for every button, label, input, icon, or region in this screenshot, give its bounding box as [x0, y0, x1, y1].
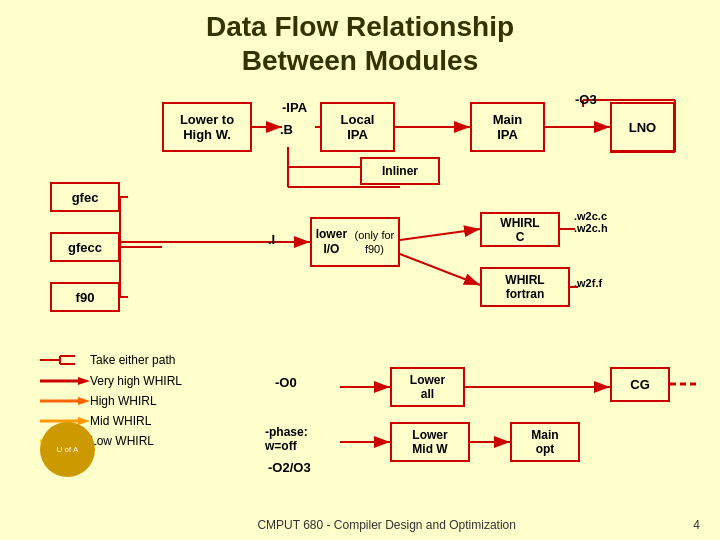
svg-line-20 — [400, 229, 480, 240]
main-ipa-label: MainIPA — [493, 112, 523, 142]
box-whirl-fortran: WHIRLfortran — [480, 267, 570, 307]
whirl-fortran-label: WHIRLfortran — [505, 273, 544, 301]
box-inliner: Inliner — [360, 157, 440, 185]
title-line1: Data Flow Relationship — [206, 11, 514, 42]
label-b: .B — [280, 122, 293, 137]
cg-label: CG — [630, 377, 650, 392]
box-gfec: gfec — [50, 182, 120, 212]
course-label: CMPUT 680 - Compiler Design and Optimiza… — [257, 518, 516, 532]
cmd-phase: -phase:w=off — [265, 425, 308, 453]
legend-high-label: High WHIRL — [90, 394, 157, 408]
label-i: .I — [268, 232, 275, 247]
cmd-o2o3: -O2/O3 — [268, 460, 311, 475]
fork-icon — [40, 352, 90, 368]
box-lower-all: Lowerall — [390, 367, 465, 407]
gfec-label: gfec — [72, 190, 99, 205]
high-icon — [40, 394, 90, 408]
cmd-o0: -O0 — [275, 375, 297, 390]
slide-title: Data Flow Relationship Between Modules — [20, 10, 700, 77]
title-line2: Between Modules — [242, 45, 478, 76]
footer: CMPUT 680 - Compiler Design and Optimiza… — [0, 518, 720, 532]
label-w2cf: .w2f.f — [574, 277, 602, 289]
box-whirl-c: WHIRLC — [480, 212, 560, 247]
lower-high-label: Lower to High W. — [164, 112, 250, 142]
box-lower-io: lower I/O(only for f90) — [310, 217, 400, 267]
box-main-ipa: MainIPA — [470, 102, 545, 152]
box-lower-high: Lower to High W. — [162, 102, 252, 152]
inliner-label: Inliner — [382, 164, 418, 178]
box-cg: CG — [610, 367, 670, 402]
svg-marker-38 — [78, 397, 90, 405]
box-lno: LNO — [610, 102, 675, 152]
legend-veryhigh: Very high WHIRL — [40, 374, 240, 388]
university-logo: U of A — [40, 422, 95, 477]
local-ipa-label: LocalIPA — [341, 112, 375, 142]
legend-mid-label: Mid WHIRL — [90, 414, 151, 428]
main-opt-label: Mainopt — [531, 428, 558, 456]
box-f90: f90 — [50, 282, 120, 312]
svg-line-23 — [400, 254, 480, 285]
legend-veryhigh-label: Very high WHIRL — [90, 374, 182, 388]
legend-high: High WHIRL — [40, 394, 240, 408]
legend-fork-label: Take either path — [90, 353, 175, 367]
box-gfecc: gfecc — [50, 232, 120, 262]
lno-label: LNO — [629, 120, 656, 135]
box-main-opt: Mainopt — [510, 422, 580, 462]
slide: Data Flow Relationship Between Modules — [0, 0, 720, 540]
f90-label: f90 — [76, 290, 95, 305]
gfecc-label: gfecc — [68, 240, 102, 255]
legend-fork: Take either path — [40, 352, 240, 368]
label-ipa: -IPA — [282, 100, 307, 115]
veryhigh-icon — [40, 374, 90, 388]
diagram-area: Lower to High W. LocalIPA MainIPA LNO In… — [20, 92, 700, 482]
lower-all-label: Lowerall — [410, 373, 445, 401]
svg-marker-36 — [78, 377, 90, 385]
whirl-c-label: WHIRLC — [500, 216, 539, 244]
box-lower-midw: LowerMid W — [390, 422, 470, 462]
label-w2cc: .w2c.c.w2c.h — [574, 210, 608, 234]
box-local-ipa: LocalIPA — [320, 102, 395, 152]
lower-midw-label: LowerMid W — [412, 428, 447, 456]
page-number: 4 — [693, 518, 700, 532]
label-o3: -O3 — [575, 92, 597, 107]
legend-low-label: Low WHIRL — [90, 434, 154, 448]
